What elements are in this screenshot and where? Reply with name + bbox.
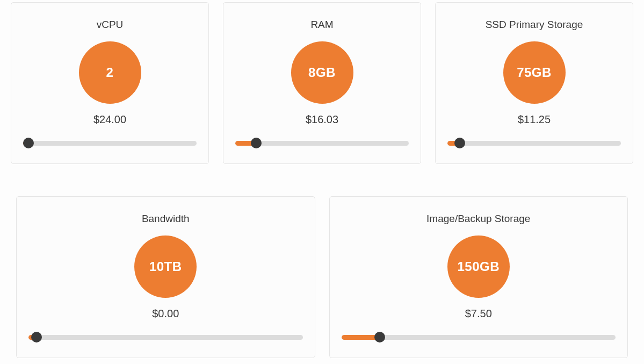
bandwidth-card: Bandwidth 10TB $0.00 bbox=[16, 196, 315, 358]
circle-value: 10TB bbox=[149, 259, 182, 274]
card-title: Image/Backup Storage bbox=[426, 213, 530, 225]
slider-thumb[interactable] bbox=[251, 138, 262, 148]
card-title: RAM bbox=[310, 19, 333, 31]
bandwidth-slider[interactable] bbox=[28, 332, 303, 342]
vcpu-card: vCPU 2 $24.00 bbox=[11, 2, 209, 164]
vcpu-slider[interactable] bbox=[23, 138, 197, 148]
value-circle: 10TB bbox=[134, 235, 197, 298]
value-circle: 150GB bbox=[447, 235, 510, 298]
backup-slider[interactable] bbox=[342, 332, 616, 342]
ram-card: RAM 8GB $16.03 bbox=[223, 2, 421, 164]
price-label: $11.25 bbox=[518, 113, 551, 126]
ssd-slider[interactable] bbox=[447, 138, 621, 148]
circle-value: 75GB bbox=[517, 65, 552, 80]
card-title: SSD Primary Storage bbox=[486, 19, 583, 31]
price-label: $7.50 bbox=[465, 308, 492, 320]
slider-track bbox=[23, 141, 197, 146]
card-title: vCPU bbox=[97, 19, 124, 31]
card-title: Bandwidth bbox=[142, 213, 190, 225]
slider-thumb[interactable] bbox=[374, 332, 385, 342]
value-circle: 2 bbox=[79, 41, 141, 104]
slider-thumb[interactable] bbox=[31, 332, 42, 342]
slider-track bbox=[447, 141, 621, 146]
backup-card: Image/Backup Storage 150GB $7.50 bbox=[329, 196, 628, 358]
resource-cards-row1: vCPU 2 $24.00 RAM 8GB $16.03 SSD Primary… bbox=[0, 0, 644, 175]
price-label: $0.00 bbox=[152, 308, 179, 320]
slider-thumb[interactable] bbox=[23, 138, 34, 148]
ssd-card: SSD Primary Storage 75GB $11.25 bbox=[435, 2, 633, 164]
value-circle: 75GB bbox=[503, 41, 566, 104]
resource-cards-row2: Bandwidth 10TB $0.00 Image/Backup Storag… bbox=[0, 175, 644, 364]
circle-value: 8GB bbox=[308, 65, 336, 80]
price-label: $24.00 bbox=[93, 113, 126, 126]
value-circle: 8GB bbox=[291, 41, 353, 104]
circle-value: 150GB bbox=[457, 259, 500, 274]
slider-thumb[interactable] bbox=[454, 138, 465, 148]
ram-slider[interactable] bbox=[235, 138, 409, 148]
circle-value: 2 bbox=[106, 65, 114, 80]
price-label: $16.03 bbox=[306, 113, 338, 126]
slider-track bbox=[28, 335, 303, 340]
